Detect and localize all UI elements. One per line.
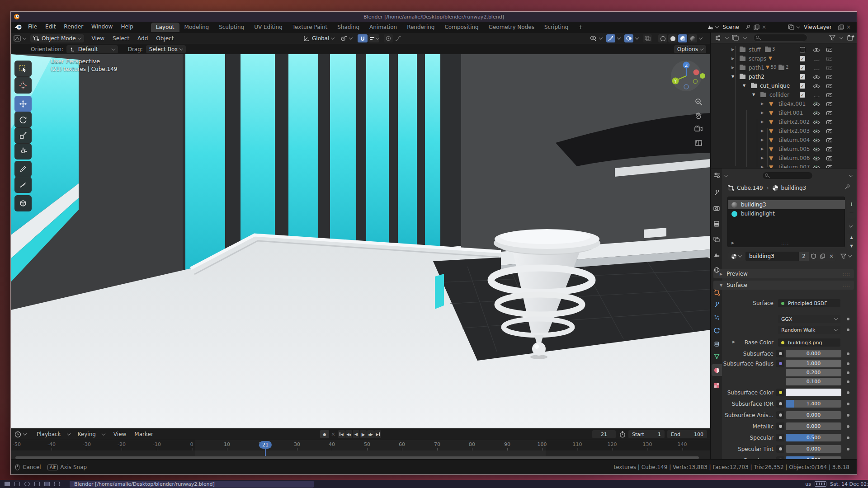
viewport-menu-add[interactable]: Add (133, 33, 152, 44)
outliner-row-tiletum-007[interactable]: ▶ ▼ tiletum.007 ▽ (711, 163, 857, 168)
workspace-tab-texture-paint[interactable]: Texture Paint (288, 23, 332, 32)
unlink-material-button[interactable]: × (827, 252, 836, 261)
current-frame-field[interactable]: 21 (592, 430, 616, 438)
unlink-scene-icon[interactable]: × (762, 24, 766, 30)
keyframe-dot[interactable] (847, 436, 849, 439)
collapse-icon[interactable]: ▼ (743, 84, 745, 88)
hide-eye-icon[interactable] (813, 75, 820, 79)
proportional-editing-toggle[interactable] (384, 34, 393, 42)
tool-select-box[interactable] (14, 61, 32, 77)
start-frame-field[interactable]: Start1 (628, 430, 665, 438)
taskbar-menu-icon[interactable] (5, 482, 10, 486)
timeline-menu-playback[interactable]: Playback (33, 429, 65, 440)
keyboard-layout-indicator[interactable]: us (805, 481, 811, 487)
taskbar-resize-icon[interactable] (14, 482, 20, 486)
breadcrumb-material[interactable]: building3 (781, 185, 807, 191)
exclude-checkbox[interactable]: ✓ (800, 83, 805, 89)
viewlayer-selector[interactable]: ViewLayer × (788, 23, 851, 32)
new-collection-button[interactable] (847, 34, 854, 41)
subsurface-method-dropdown[interactable]: Random Walk (778, 326, 840, 334)
display-mode-icon[interactable] (732, 35, 739, 41)
outliner-row-tile4x-001[interactable]: ▶ ▼ tile4x.001 ▽ (711, 99, 857, 108)
menu-edit[interactable]: Edit (41, 22, 60, 32)
material-name-field[interactable]: building3 (745, 252, 799, 261)
tool-annotate[interactable] (14, 161, 32, 177)
hide-eye-closed-icon[interactable] (814, 94, 820, 97)
menu-file[interactable]: File (24, 22, 41, 32)
metallic-node-toggle[interactable] (776, 422, 784, 430)
render-camera-icon[interactable] (826, 84, 832, 88)
tab-particles[interactable] (712, 313, 721, 322)
pivot-point-icon[interactable] (340, 35, 347, 42)
preview-panel-header[interactable]: ▶ Preview :::: (713, 269, 854, 278)
keyframe-dot[interactable] (847, 425, 849, 428)
subsurface-color-swatch[interactable] (786, 389, 841, 396)
material-filter-dropdown[interactable] (840, 253, 851, 259)
material-slot-buildinglight[interactable]: buildinglight (728, 209, 845, 218)
shading-rendered-button[interactable] (688, 34, 697, 42)
blender-logo-icon[interactable] (14, 24, 22, 31)
menu-help[interactable]: Help (117, 22, 137, 32)
scene-selector[interactable]: Scene × (707, 23, 766, 32)
outliner-row-tileh-001[interactable]: ▶ ▼ tileH.001 ▽ (711, 108, 857, 117)
exclude-checkbox[interactable]: ✓ (800, 74, 805, 80)
hide-eye-icon[interactable] (813, 148, 820, 151)
specular-tint-node-toggle[interactable] (776, 445, 784, 453)
navigation-gizmo[interactable]: Z Y (669, 59, 705, 93)
jump-to-start-button[interactable]: ◀ (338, 430, 345, 438)
render-camera-icon[interactable] (826, 129, 832, 133)
tab-modifiers[interactable] (712, 300, 721, 310)
scene-name[interactable]: Scene (722, 24, 739, 30)
workspace-pager[interactable] (815, 481, 826, 487)
tab-tool[interactable] (712, 188, 721, 197)
viewport-3d[interactable]: User Perspective (21) textures | Cube.14… (11, 54, 710, 428)
menu-render[interactable]: Render (60, 22, 87, 32)
toggle-perspective-button[interactable] (692, 137, 705, 149)
tool-rotate[interactable] (14, 112, 32, 128)
shading-material-preview-button[interactable] (678, 34, 687, 42)
expand-icon[interactable]: ▶ (761, 147, 764, 151)
ior-node-toggle[interactable] (776, 400, 784, 408)
browse-material-button[interactable] (728, 252, 745, 261)
tab-output[interactable] (712, 219, 721, 228)
show-overlays-toggle[interactable] (624, 34, 633, 42)
keyframe-dot[interactable] (847, 318, 849, 320)
keyframe-dot[interactable] (847, 403, 849, 405)
filter-icon[interactable] (829, 35, 835, 41)
viewport-menu-select[interactable]: Select (108, 33, 133, 44)
next-keyframe-button[interactable]: ◆▶ (367, 430, 374, 438)
prev-keyframe-button[interactable]: ◀◆ (345, 430, 352, 438)
keyframe-dot[interactable] (847, 352, 849, 355)
add-slot-button[interactable]: + (847, 200, 856, 209)
outliner-row-path2[interactable]: ▼ path2 ✓ (711, 72, 857, 81)
outliner-row-tiletum-005[interactable]: ▶ ▼ tiletum.005 ▽ (711, 145, 857, 154)
shading-solid-button[interactable] (668, 34, 677, 42)
render-camera-icon[interactable] (826, 66, 832, 70)
tab-view-layer[interactable] (712, 235, 721, 244)
workspace-tab-geometry-nodes[interactable]: Geometry Nodes (484, 23, 539, 32)
render-camera-icon[interactable] (826, 93, 832, 97)
viewlayer-name[interactable]: ViewLayer (804, 24, 832, 30)
workspace-tab-modeling[interactable]: Modeling (179, 23, 214, 32)
hide-eye-icon[interactable] (813, 157, 820, 160)
mode-dropdown[interactable]: Object Mode (30, 34, 84, 42)
outliner-row-tilehx2-003[interactable]: ▶ ▼ tileHx2.003 ▽ (711, 127, 857, 136)
radius-x-field[interactable]: 1.000 (786, 360, 841, 367)
tab-scene[interactable] (712, 250, 721, 259)
snap-with-dropdown[interactable] (368, 34, 379, 42)
hide-eye-icon[interactable] (813, 84, 820, 88)
proportional-falloff-dropdown[interactable] (394, 34, 403, 42)
outliner-row-tiletum-004[interactable]: ▶ ▼ tiletum.004 ▽ (711, 136, 857, 145)
snap-toggle[interactable] (358, 34, 368, 42)
tab-constraints[interactable] (712, 339, 721, 348)
outliner-editor-icon[interactable] (715, 35, 722, 41)
tool-cursor[interactable] (14, 77, 32, 94)
timeline-editor-icon[interactable] (14, 431, 21, 438)
workspace-tab-uv-editing[interactable]: UV Editing (249, 23, 288, 32)
properties-editor-icon[interactable] (713, 172, 721, 178)
fake-user-shield-button[interactable] (809, 252, 818, 261)
workspace-tab-shading[interactable]: Shading (332, 23, 364, 32)
menu-window[interactable]: Window (87, 22, 117, 32)
hide-eye-closed-icon[interactable] (814, 67, 820, 70)
base-color-button[interactable]: building3.png (778, 338, 840, 347)
